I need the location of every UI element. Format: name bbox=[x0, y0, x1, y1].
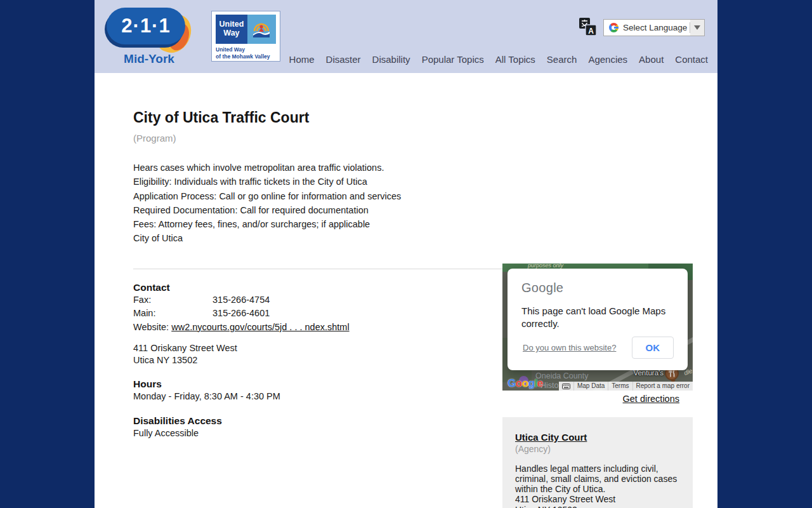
nav-item-popular-topics[interactable]: Popular Topics bbox=[422, 54, 484, 65]
map-terms-link[interactable]: Terms bbox=[608, 382, 632, 391]
united-way-caption-line1: United Way bbox=[216, 46, 276, 53]
logo-211-midyork[interactable]: 2·1·1 Mid-York bbox=[107, 8, 192, 66]
get-directions-link[interactable]: Get directions bbox=[623, 394, 679, 404]
description-line: Application Process: Call or go online f… bbox=[133, 189, 459, 203]
watermark-letter: o bbox=[516, 377, 522, 389]
site-header: 2·1·1 Mid-York United Way bbox=[95, 0, 717, 73]
nav-item-search[interactable]: Search bbox=[547, 54, 577, 65]
united-way-symbol-icon bbox=[247, 15, 276, 44]
website-link[interactable]: ww2.nycourts.gov/courts/5jd . . . ndex.s… bbox=[171, 322, 349, 332]
watermark-letter: o bbox=[522, 377, 528, 389]
map-area-label-2: Histo bbox=[540, 381, 558, 390]
google-map-watermark: Google bbox=[508, 377, 543, 390]
language-area: A Select Language bbox=[579, 18, 705, 37]
united-way-caption: United Way of the Mohawk Valley bbox=[216, 46, 276, 60]
united-way-logo-top: United Way bbox=[216, 15, 276, 44]
google-brand-text: Google bbox=[521, 281, 674, 295]
google-translate-icon: A bbox=[579, 18, 597, 37]
description-line: Required Documentation: Call for require… bbox=[133, 203, 459, 217]
united-way-wordmark: United Way bbox=[216, 15, 247, 44]
nav-item-disaster[interactable]: Disaster bbox=[326, 54, 361, 65]
nav-item-agencies[interactable]: Agencies bbox=[588, 54, 627, 65]
language-dropdown-button[interactable] bbox=[690, 20, 704, 36]
website-label: Website: bbox=[133, 322, 169, 332]
language-select[interactable]: Select Language bbox=[603, 19, 705, 36]
watermark-letter: g bbox=[528, 377, 535, 389]
watermark-letter: G bbox=[508, 377, 516, 389]
nav-item-about[interactable]: About bbox=[639, 54, 664, 65]
united-way-logo[interactable]: United Way United Way of the Moha bbox=[211, 11, 280, 62]
map-report-error-link[interactable]: Report a map error bbox=[632, 382, 693, 391]
united-way-word1: United bbox=[219, 20, 244, 29]
watermark-letter: e bbox=[537, 377, 543, 389]
map-street-label-top: purposes only bbox=[528, 264, 563, 269]
google-maps-error-dialog: Google This page can't load Google Maps … bbox=[508, 269, 688, 370]
page-container: 2·1·1 Mid-York United Way bbox=[95, 0, 717, 508]
agency-name-row: Utica City Court bbox=[515, 432, 680, 443]
svg-text:A: A bbox=[588, 27, 594, 36]
dialog-footer: Do you own this website? OK bbox=[523, 337, 674, 359]
agency-type-label: (Agency) bbox=[515, 444, 680, 454]
page-title: City of Utica Traffic Court bbox=[133, 109, 459, 126]
program-header-section: City of Utica Traffic Court (Program) He… bbox=[95, 73, 459, 246]
agency-description: Handles legal matters including civil, c… bbox=[515, 464, 680, 494]
program-description: Hears cases which involve metropolitan a… bbox=[133, 161, 459, 246]
description-line: Hears cases which involve metropolitan a… bbox=[133, 161, 459, 175]
right-column: purposes only Oneida County Histo dle Ve… bbox=[502, 264, 693, 508]
united-way-caption-line2: of the Mohawk Valley bbox=[216, 53, 276, 60]
logo-region-label: Mid-York bbox=[107, 52, 192, 66]
nav-item-all-topics[interactable]: All Topics bbox=[495, 54, 535, 65]
agency-link[interactable]: Utica City Court bbox=[515, 432, 587, 443]
ok-button[interactable]: OK bbox=[632, 337, 674, 359]
agency-address-line2: Utica NY 13502 bbox=[515, 505, 680, 508]
united-way-word2: Way bbox=[223, 29, 239, 38]
nav-item-home[interactable]: Home bbox=[289, 54, 315, 65]
map-data-link[interactable]: Map Data bbox=[573, 382, 608, 391]
get-directions-row: Get directions bbox=[502, 394, 693, 404]
description-line: Fees: Attorney fees, fines, and/or surch… bbox=[133, 217, 459, 231]
program-type-label: (Program) bbox=[133, 133, 459, 144]
google-g-icon bbox=[609, 23, 619, 32]
main-phone-label: Main: bbox=[133, 307, 213, 321]
own-website-link[interactable]: Do you own this website? bbox=[523, 343, 616, 352]
logo-211-bubble: 2·1·1 bbox=[107, 8, 188, 47]
chevron-down-icon bbox=[694, 25, 700, 30]
description-line: Eligibility: Individuals with traffic ti… bbox=[133, 175, 459, 189]
description-line: City of Utica bbox=[133, 231, 459, 245]
main-phone-value: 315-266-4601 bbox=[213, 307, 270, 321]
language-select-label: Select Language bbox=[623, 23, 690, 32]
map-attribution-bar: Map Data Terms Report a map error bbox=[559, 382, 693, 391]
maps-error-message: This page can't load Google Maps correct… bbox=[521, 305, 675, 330]
agency-address: 411 Oriskany Street West Utica NY 13502 bbox=[515, 494, 680, 508]
nav-item-contact[interactable]: Contact bbox=[675, 54, 708, 65]
logo-211-number: 2·1·1 bbox=[107, 8, 185, 44]
map-area-label: Oneida County bbox=[535, 371, 588, 380]
fax-label: Fax: bbox=[133, 293, 213, 307]
keyboard-shortcuts-icon[interactable] bbox=[559, 384, 573, 389]
agency-card: Utica City Court (Agency) Handles legal … bbox=[502, 417, 693, 508]
google-map[interactable]: purposes only Oneida County Histo dle Ve… bbox=[502, 264, 693, 391]
fax-value: 315-266-4754 bbox=[213, 293, 270, 307]
content-area: City of Utica Traffic Court (Program) He… bbox=[95, 73, 717, 508]
nav-item-disability[interactable]: Disability bbox=[372, 54, 410, 65]
main-navigation: Home Disaster Disability Popular Topics … bbox=[289, 54, 708, 65]
agency-address-line1: 411 Oriskany Street West bbox=[515, 494, 680, 505]
